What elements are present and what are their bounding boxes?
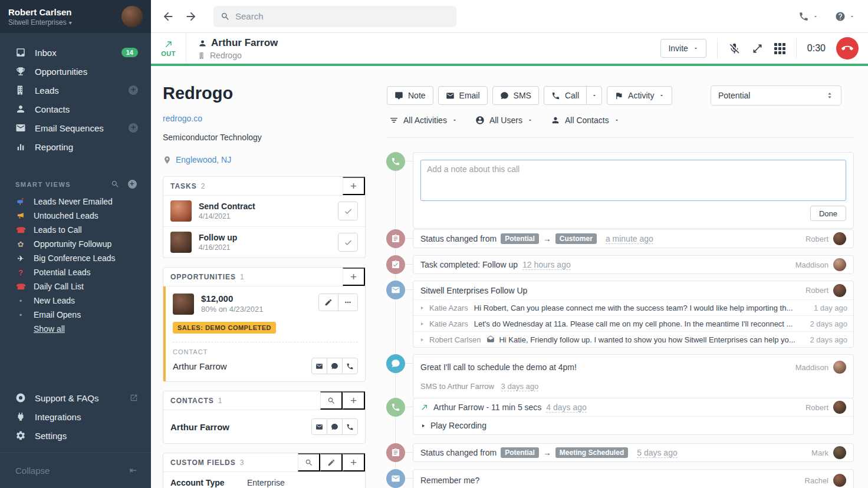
account-switcher[interactable]: Robert Carlsen Sitwell Enterprises▾ [0,0,151,33]
task-completed-entry[interactable]: Task completed: Follow up 12 hours ago M… [386,255,854,274]
smart-view-untouched-leads[interactable]: Untouched Leads [0,209,151,223]
sidebar-item-settings[interactable]: Settings [0,426,151,445]
email-contact-button[interactable] [311,358,327,374]
complete-task-button[interactable] [338,202,358,220]
email-contact-button[interactable] [311,418,327,435]
filter-all-contacts[interactable]: All Contacts [551,116,620,125]
search-box[interactable] [213,6,456,27]
lead-status-select[interactable]: Potential [711,85,841,105]
call-contact-button[interactable] [342,358,358,374]
sms-contact-button[interactable] [327,358,343,374]
email-message-row[interactable]: Robert Carlsen Hi Katie, Friendly follow… [413,331,853,347]
timestamp[interactable]: 5 days ago [637,448,678,458]
edit-fields-button[interactable] [320,453,343,471]
call-note-input[interactable] [420,160,846,201]
add-contact-button[interactable]: + [343,391,365,410]
avatar[interactable] [121,6,143,27]
filter-all-users[interactable]: All Users [475,116,533,125]
task-row[interactable]: Follow up 4/16/2021 [163,226,365,258]
sidebar-item-leads[interactable]: Leads + [0,81,151,100]
email-entry[interactable]: Remember me? Rachel [386,469,854,488]
inbox-icon [15,47,26,58]
status-change-entry[interactable]: Status changed from Potential → Meeting … [386,443,854,462]
sidebar: Robert Carlsen Sitwell Enterprises▾ Inbo… [0,0,151,488]
search-icon[interactable] [111,180,120,189]
complete-task-button[interactable] [338,233,358,252]
status-change-entry[interactable]: Status changed from Potential → Customer… [386,229,854,248]
mute-microphone-button[interactable] [728,42,741,55]
smart-view-daily-call-list[interactable]: ☎ Daily Call List [0,279,151,294]
call-company-name[interactable]: Redrogo [210,51,242,60]
avatar [833,284,846,297]
sidebar-item-support[interactable]: Support & FAQs [0,388,151,407]
sidebar-item-reporting[interactable]: Reporting [0,137,151,156]
sidebar-item-opportunities[interactable]: Opportunities [0,62,151,81]
help-menu-button[interactable] [835,11,855,22]
search-fields-button[interactable] [298,453,320,471]
call-direction: OUT [151,33,186,64]
smart-view-big-conference-leads[interactable]: ✈ Big Conference Leads [0,251,151,265]
invite-button[interactable]: Invite [660,39,706,58]
transfer-call-button[interactable] [751,42,764,55]
call-log-entry[interactable]: Arthur Farrow - 11 min 5 secs 4 days ago… [386,398,854,435]
forward-button[interactable] [185,10,198,23]
smart-view-email-opens[interactable]: • Email Opens [0,308,151,322]
add-smart-view-button[interactable]: + [128,180,137,189]
phone-menu-button[interactable] [798,11,818,22]
sms-button[interactable]: SMS [492,86,539,105]
collapse-sidebar-button[interactable]: Collapse ⇤ [0,461,151,480]
back-button[interactable] [162,10,175,23]
show-all-link[interactable]: Show all [34,324,151,334]
contact-row[interactable]: Arthur Farrow [163,410,365,443]
call-button[interactable]: Call [544,86,587,105]
search-contacts-button[interactable] [320,391,343,410]
add-sequence-button[interactable]: + [129,123,138,133]
note-button[interactable]: Note [387,86,433,105]
hang-up-button[interactable] [836,37,859,60]
lead-location-link[interactable]: Englewood, NJ [163,155,366,164]
sms-text: Great I'll call to schedule the demo at … [420,362,577,372]
call-options-button[interactable] [586,86,602,105]
add-task-button[interactable]: + [343,177,365,195]
building-icon [198,52,206,60]
email-message-row[interactable]: Katie Azars Hi Robert, Can you please co… [413,299,853,315]
task-row[interactable]: Send Contract 4/14/2021 [163,196,365,226]
filter-icon [389,116,399,125]
add-field-button[interactable]: + [343,453,365,471]
play-recording-button[interactable]: Play Recording [413,417,853,434]
smart-view-leads-to-call[interactable]: ☎ Leads to Call [0,223,151,237]
sidebar-item-contacts[interactable]: Contacts [0,100,151,118]
email-message-row[interactable]: Katie Azars Let's do Wednesday at 11a. P… [413,315,853,331]
email-button[interactable]: Email [438,86,488,105]
sidebar-item-email-sequences[interactable]: Email Sequences + [0,118,151,137]
custom-field-row[interactable]: Account Type Enterprise [163,472,365,488]
timestamp[interactable]: a minute ago [606,234,653,244]
email-subject-row[interactable]: Sitwell Enterprises Follow Up Robert [413,281,853,299]
smart-view-opportunity-followup[interactable]: ✿ Opportunity Followup [0,237,151,251]
edit-opportunity-button[interactable] [318,294,338,311]
sms-contact-button[interactable] [327,418,343,435]
timestamp[interactable]: 12 hours ago [522,260,571,270]
timestamp[interactable]: 4 days ago [546,403,587,413]
smart-view-leads-never-emailed[interactable]: Leads Never Emailed [0,194,151,209]
add-lead-button[interactable]: + [129,85,138,95]
filter-all-activities[interactable]: All Activities [389,116,458,125]
opportunity-contact-name[interactable]: Arthur Farrow [173,361,227,371]
sidebar-item-integrations[interactable]: Integrations [0,407,151,426]
email-thread-entry: Sitwell Enterprises Follow Up Robert Kat… [386,281,854,348]
smart-view-potential-leads[interactable]: ? Potential Leads [0,265,151,279]
activity-button[interactable]: Activity [607,86,672,105]
search-input[interactable] [235,11,449,21]
timestamp[interactable]: 3 days ago [501,382,539,391]
smart-view-new-leads[interactable]: • New Leads [0,294,151,308]
more-options-button[interactable] [338,294,358,311]
add-opportunity-button[interactable]: + [343,268,365,286]
sidebar-item-inbox[interactable]: Inbox 14 [0,43,151,62]
lead-website-link[interactable]: redrogo.co [163,114,366,123]
call-contact-button[interactable] [342,418,358,435]
sms-entry[interactable]: Great I'll call to schedule the demo at … [386,354,854,398]
keypad-button[interactable] [774,43,785,54]
call-contact-name[interactable]: Arthur Farrow [211,37,278,49]
done-button[interactable]: Done [810,206,846,221]
status-badge: Meeting Scheduled [555,447,628,458]
